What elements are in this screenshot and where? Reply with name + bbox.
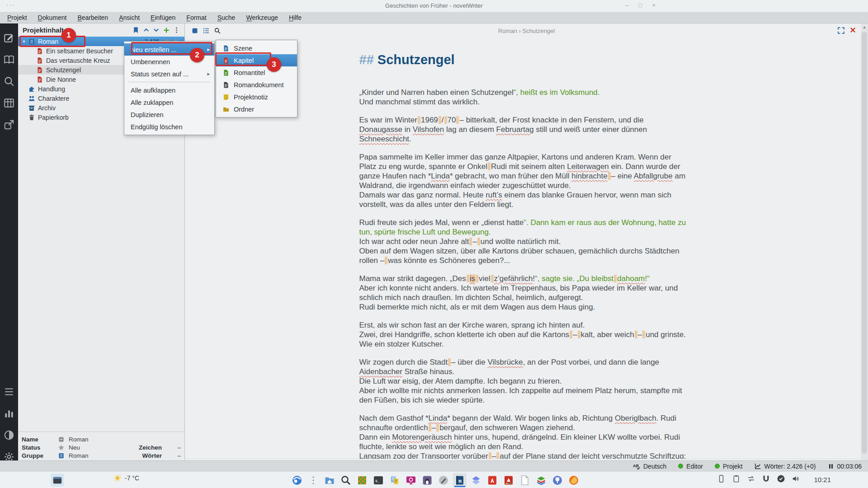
menubar-item-ansicht[interactable]: Ansicht	[113, 13, 145, 22]
misspelled-word: ruft’s	[486, 191, 502, 199]
taskbar-app-pdf[interactable]	[486, 473, 499, 487]
sidebar-edit-icon[interactable]	[3, 32, 15, 44]
submenu-item-projektnotiz[interactable]: Projektnotiz	[216, 91, 297, 103]
space-marker	[439, 116, 441, 124]
submenu-item-romandokument[interactable]: Romandokument	[216, 79, 297, 91]
sidebar-grid-icon[interactable]	[3, 97, 15, 109]
context-item-alle-zuklappen[interactable]: Alle zuklappen	[124, 96, 214, 108]
session-timer[interactable]: 00:03:06	[828, 463, 862, 470]
menubar-item-hilfe[interactable]: Hilfe	[283, 13, 307, 22]
taskbar-app-novelwriter[interactable]: n	[453, 473, 467, 487]
sidebar-export-icon[interactable]	[3, 119, 15, 131]
expander-icon[interactable]: ▾	[21, 39, 27, 44]
submenu-item-label: Szene	[234, 45, 252, 52]
taskbar-app-display[interactable]	[404, 473, 418, 487]
people-icon	[28, 95, 36, 102]
taskbar-app-pdf-alt[interactable]	[502, 473, 515, 487]
menu-separator	[128, 82, 211, 82]
menubar-item-projekt[interactable]: Projekt	[2, 13, 33, 22]
taskbar-app-github[interactable]	[551, 473, 564, 487]
sidebar-book-icon[interactable]	[3, 54, 15, 66]
clock[interactable]: 10:21	[814, 476, 831, 483]
context-item-status-setzen-auf[interactable]: Status setzen auf ...▸	[124, 68, 214, 80]
maximize-editor-icon[interactable]	[837, 27, 845, 34]
file-dark-icon	[222, 81, 230, 89]
language-indicator[interactable]: ABDeutsch	[633, 463, 666, 470]
move-down-icon[interactable]	[153, 27, 160, 33]
archive-icon	[28, 104, 36, 112]
weather-widget[interactable]: -7 °C	[113, 474, 139, 483]
doc-paragraph: Mama war strikt dagegen. „Desisvielz’gef…	[359, 274, 687, 312]
close-icon[interactable]: ×	[652, 2, 656, 9]
doc-line: Aber ich wollte mir nichts anmerken lass…	[359, 386, 687, 405]
taskbar-app-firefox[interactable]	[567, 473, 580, 487]
taskbar-app-brush[interactable]	[437, 473, 450, 487]
taskbar-app-search-task[interactable]	[339, 473, 353, 487]
add-item-icon[interactable]	[163, 27, 170, 34]
taskbar-app-layers-blue[interactable]	[469, 473, 483, 487]
bookmark-icon[interactable]	[132, 26, 140, 34]
submenu-item-romantitel[interactable]: Romantitel	[216, 66, 297, 79]
doc-line: Wir zogen durch die Stadt– über die Vils…	[359, 357, 687, 376]
move-up-icon[interactable]	[143, 27, 150, 33]
project-status[interactable]: Projekt	[715, 463, 743, 470]
tray-volume-icon[interactable]	[792, 474, 800, 483]
tree-item-label: Roman	[38, 38, 58, 45]
close-document-icon[interactable]	[849, 27, 856, 34]
menubar-item-bearbeiten[interactable]: Bearbeiten	[72, 13, 113, 22]
star-grey-icon	[58, 444, 69, 451]
context-item-endgültig-löschen[interactable]: Endgültig löschen	[124, 121, 214, 133]
tray-clipboard-icon[interactable]	[732, 474, 741, 483]
svg-text:AB: AB	[633, 464, 639, 468]
menubar-item-werkzeuge[interactable]: Werkzeuge	[241, 13, 283, 22]
taskbar-app-doc-white[interactable]	[518, 473, 532, 487]
space-marker	[385, 257, 387, 264]
editor-status[interactable]: Editor	[678, 463, 703, 470]
star-grey-icon	[58, 444, 69, 451]
sidebar-list-icon[interactable]	[3, 386, 15, 398]
doc-line: Erst, als wir schon fast an der Kirche w…	[359, 320, 687, 330]
editor-scrollbar[interactable]: ▲ ▼	[861, 23, 868, 471]
breadcrumb-parent[interactable]: Roman	[498, 28, 517, 34]
scrollbar-thumb[interactable]	[862, 32, 867, 454]
tree-item-label: Charaktere	[38, 95, 69, 102]
menubar-item-format[interactable]: Format	[181, 13, 212, 22]
taskbar-app-notes[interactable]	[388, 473, 401, 487]
taskbar-app-penguin[interactable]	[420, 473, 434, 487]
misspelled-word: Oberiglbach	[615, 414, 656, 422]
firefox-icon	[568, 475, 579, 486]
submenu-item-kapitel[interactable]: Kapitel	[216, 54, 297, 66]
minimize-icon[interactable]: –	[625, 2, 628, 9]
tray-phone-icon[interactable]	[717, 474, 726, 483]
taskbar-app-layers-color[interactable]	[534, 473, 548, 487]
check-badge-icon	[777, 474, 785, 483]
taskbar-app-terminal[interactable]: $_	[372, 473, 385, 487]
taskbar-app-globe[interactable]	[290, 473, 304, 487]
globe-icon	[292, 475, 302, 486]
tray-u-badge-icon[interactable]	[762, 474, 770, 483]
context-item-duplizieren[interactable]: Duplizieren	[124, 108, 214, 121]
taskbar-app-dots-sep[interactable]	[307, 473, 320, 487]
more-options-icon[interactable]	[173, 27, 180, 33]
context-item-alle-aufklappen[interactable]: Alle aufklappen	[124, 84, 214, 96]
scroll-up-icon[interactable]: ▲	[861, 25, 868, 29]
taskbar-app-files[interactable]	[323, 473, 336, 487]
file-red-icon	[36, 57, 44, 64]
tray-check-badge-icon[interactable]	[777, 474, 785, 483]
sidebar-contrast-icon[interactable]	[3, 429, 15, 441]
menubar-item-dokument[interactable]: Dokument	[33, 13, 72, 22]
menubar-item-einfügen[interactable]: Einfügen	[145, 13, 181, 22]
taskbar-active-window-icon[interactable]	[51, 474, 64, 487]
session-words[interactable]: Wörter: 2.426 (+0)	[755, 463, 816, 470]
submenu-item-ordner[interactable]: Ordner	[216, 103, 297, 115]
tray-swap-icon[interactable]	[747, 474, 755, 483]
sidebar-stats-icon[interactable]	[3, 408, 15, 419]
breadcrumb-current[interactable]: Schutzengel	[522, 28, 555, 34]
sidebar-search-icon[interactable]	[3, 75, 15, 87]
doc-paragraph: Erst, als wir schon fast an der Kirche w…	[359, 320, 687, 349]
menubar-item-suche[interactable]: Suche	[212, 13, 241, 22]
maximize-icon[interactable]: □	[639, 2, 642, 9]
submenu-item-szene[interactable]: Szene	[216, 42, 297, 54]
titlebar: ··· Geschichten von Früher - novelWriter…	[0, 0, 868, 12]
taskbar-app-pattern[interactable]	[355, 473, 369, 487]
